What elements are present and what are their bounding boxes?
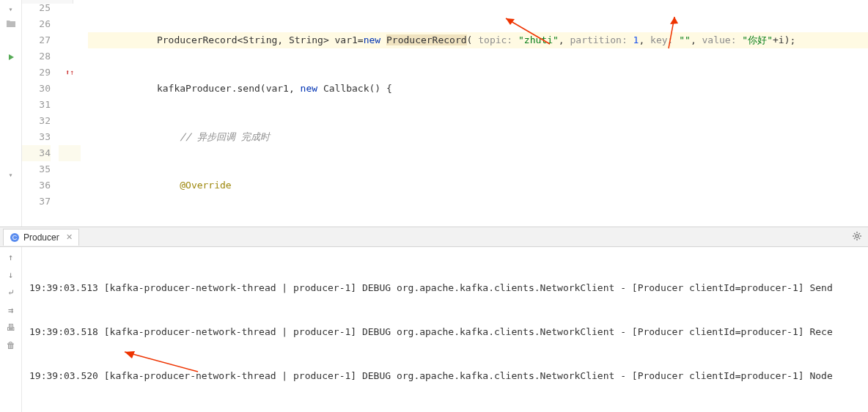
soft-wrap-icon[interactable]: ⤶ bbox=[5, 287, 17, 298]
editor-left-gutter: ▾ ▾ bbox=[0, 0, 22, 227]
print-icon[interactable]: 🖶 bbox=[5, 322, 17, 334]
console-toolbar: ↑ ↓ ⤶ ⇉ 🖶 🗑 bbox=[0, 247, 22, 412]
editor-area: ▾ ▾ 25 26 27 28 29 30 31 32 33 bbox=[0, 0, 868, 227]
code-content[interactable]: ProducerRecord<String, String> var1=new … bbox=[81, 0, 868, 227]
svg-point-7 bbox=[856, 235, 858, 238]
log-line: 19:39:03.520 [kafka-producer-network-thr… bbox=[29, 369, 861, 383]
svg-text:C: C bbox=[12, 234, 18, 241]
collapse-arrow-icon[interactable]: ▾ bbox=[5, 3, 17, 15]
close-icon[interactable]: ✕ bbox=[66, 232, 73, 242]
run-gutter-icon[interactable] bbox=[5, 51, 17, 63]
scroll-down-icon[interactable]: ↓ bbox=[5, 269, 17, 281]
override-marker-icon[interactable]: ⬆↑ bbox=[59, 65, 81, 81]
tab-label: Producer bbox=[23, 232, 59, 243]
line-number-gutter: 25 26 27 28 29 30 31 32 33 34 35 36 37 bbox=[22, 0, 59, 227]
folder-icon[interactable] bbox=[6, 19, 16, 28]
console-area: ↑ ↓ ⤶ ⇉ 🖶 🗑 19:39:03.513 [kafka-producer… bbox=[0, 247, 868, 412]
log-line: 19:39:03.518 [kafka-producer-network-thr… bbox=[29, 325, 861, 339]
console-output[interactable]: 19:39:03.513 [kafka-producer-network-thr… bbox=[22, 247, 868, 412]
console-tab-bar: C Producer ✕ bbox=[0, 227, 868, 247]
code-area[interactable]: 25 26 27 28 29 30 31 32 33 34 35 36 37 ⬆… bbox=[22, 0, 868, 227]
tab-producer[interactable]: C Producer ✕ bbox=[3, 229, 79, 246]
log-line: 19:39:03.513 [kafka-producer-network-thr… bbox=[29, 281, 861, 295]
svg-marker-9 bbox=[125, 351, 135, 358]
clear-icon[interactable]: 🗑 bbox=[5, 339, 17, 351]
scroll-up-icon[interactable]: ↑ bbox=[5, 251, 17, 263]
scroll-to-end-icon[interactable]: ⇉ bbox=[5, 304, 17, 316]
class-icon: C bbox=[10, 232, 20, 243]
marker-gutter: ⬆↑ bbox=[59, 0, 81, 227]
svg-marker-0 bbox=[9, 54, 14, 60]
gear-icon[interactable] bbox=[852, 231, 862, 243]
collapse-arrow-icon[interactable]: ▾ bbox=[5, 169, 17, 180]
bottom-panel: C Producer ✕ ↑ ↓ ⤶ ⇉ 🖶 🗑 19:39:03.513 [k… bbox=[0, 227, 868, 412]
